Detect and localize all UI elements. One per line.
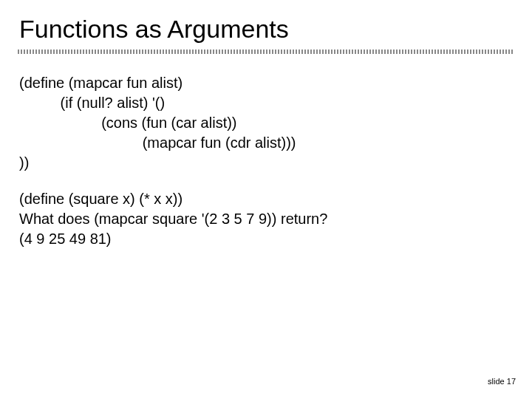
- slide-title: Functions as Arguments: [0, 0, 532, 50]
- code-line: (cons (fun (car alist)): [19, 113, 532, 133]
- slide-content: (define (mapcar fun alist) (if (null? al…: [0, 54, 532, 249]
- example-block: (define (square x) (* x x)) What does (m…: [19, 189, 532, 249]
- slide-number: slide 17: [488, 377, 516, 386]
- code-line: (4 9 25 49 81): [19, 229, 532, 249]
- code-line: What does (mapcar square '(2 3 5 7 9)) r…: [19, 209, 532, 229]
- code-line: )): [19, 153, 532, 173]
- code-line: (if (null? alist) '(): [19, 93, 532, 113]
- code-line: (define (square x) (* x x)): [19, 189, 532, 209]
- code-line: (define (mapcar fun alist): [19, 73, 532, 93]
- code-line: (mapcar fun (cdr alist))): [19, 133, 532, 153]
- code-block-mapcar: (define (mapcar fun alist) (if (null? al…: [19, 73, 532, 173]
